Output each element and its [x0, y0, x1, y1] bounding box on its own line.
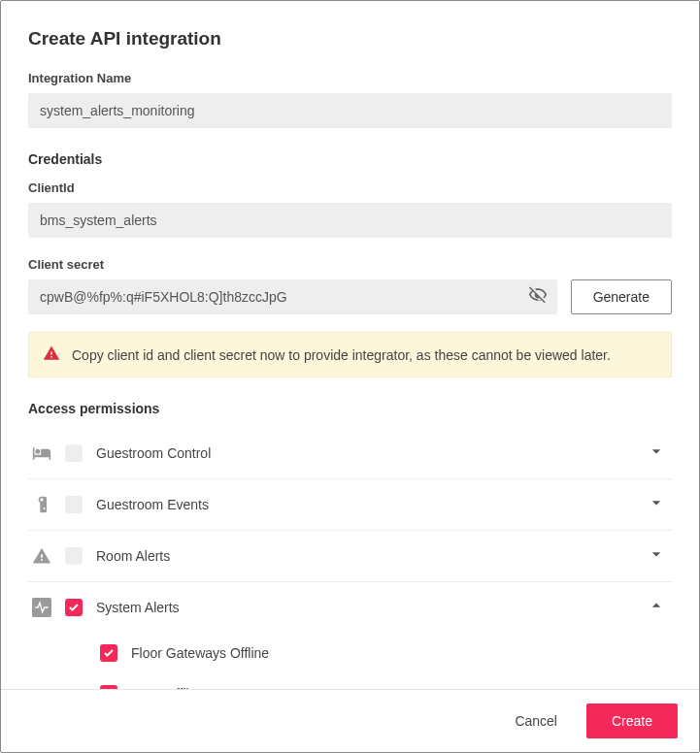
permission-row-room-alerts[interactable]: Room Alerts: [28, 531, 672, 582]
doorhanger-icon: [32, 495, 51, 514]
permission-label: Guestroom Events: [96, 497, 633, 512]
integration-name-label: Integration Name: [28, 71, 672, 85]
chevron-down-icon[interactable]: [647, 544, 666, 568]
chevron-up-icon[interactable]: [647, 596, 666, 619]
client-id-input[interactable]: [28, 203, 672, 238]
checkbox-system-alerts[interactable]: [65, 599, 83, 616]
credentials-section-label: Credentials: [28, 151, 672, 167]
warning-icon: [43, 344, 60, 365]
sub-permission-fias-offline[interactable]: FIAS Offline: [28, 673, 672, 689]
permission-label: Guestroom Control: [96, 445, 633, 461]
warning-text: Copy client id and client secret now to …: [72, 347, 611, 363]
permission-row-guestroom-events[interactable]: Guestroom Events: [28, 479, 672, 531]
permission-label: System Alerts: [96, 600, 633, 615]
permission-row-guestroom-control[interactable]: Guestroom Control: [28, 428, 672, 479]
checkbox-guestroom-control[interactable]: [65, 444, 83, 462]
dialog-title: Create API integration: [28, 28, 672, 49]
dialog-footer: Cancel Create: [1, 689, 699, 752]
permission-label: Room Alerts: [96, 548, 633, 564]
checkbox-floor-gateways-offline[interactable]: [100, 644, 117, 662]
checkbox-room-alerts[interactable]: [65, 547, 83, 565]
warning-triangle-icon: [32, 546, 51, 566]
client-id-label: ClientId: [28, 180, 672, 195]
generate-button[interactable]: Generate: [571, 279, 672, 314]
permission-row-system-alerts[interactable]: System Alerts: [28, 582, 672, 633]
create-button[interactable]: Create: [586, 704, 678, 738]
chevron-down-icon[interactable]: [647, 493, 666, 516]
cancel-button[interactable]: Cancel: [505, 705, 567, 737]
heartbeat-icon: [32, 598, 51, 617]
client-secret-input[interactable]: [28, 279, 557, 314]
sub-permission-floor-gateways-offline[interactable]: Floor Gateways Offline: [28, 633, 672, 673]
access-permissions-label: Access permissions: [28, 401, 672, 416]
client-secret-label: Client secret: [28, 257, 672, 272]
create-api-integration-dialog: Create API integration Integration Name …: [0, 0, 700, 753]
integration-name-input[interactable]: [28, 93, 672, 128]
visibility-off-icon[interactable]: [528, 285, 548, 309]
dialog-body: Create API integration Integration Name …: [1, 1, 699, 689]
warning-banner: Copy client id and client secret now to …: [28, 332, 672, 377]
permissions-list: Guestroom Control Guestroom Events: [28, 428, 672, 689]
checkbox-guestroom-events[interactable]: [65, 496, 83, 513]
bed-icon: [32, 443, 51, 463]
chevron-down-icon[interactable]: [647, 442, 666, 465]
sub-permission-label: Floor Gateways Offline: [131, 645, 269, 661]
